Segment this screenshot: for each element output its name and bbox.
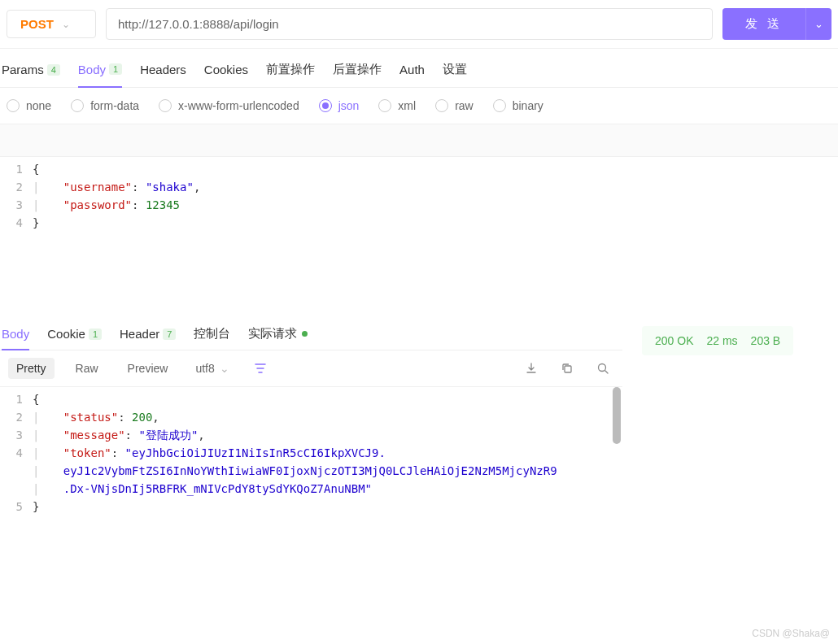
- body-type-urlencoded[interactable]: x-www-form-urlencoded: [159, 99, 299, 112]
- view-pretty-button[interactable]: Pretty: [8, 358, 55, 379]
- body-type-json[interactable]: json: [319, 99, 360, 112]
- resp-tab-console[interactable]: 控制台: [194, 326, 230, 350]
- response-status-panel: 200 OK 22 ms 203 B: [622, 318, 813, 519]
- search-icon[interactable]: [591, 357, 614, 380]
- resp-tab-cookie[interactable]: Cookie 1: [47, 327, 102, 349]
- tab-params[interactable]: Params 4: [2, 63, 60, 86]
- method-label: POST: [20, 17, 54, 31]
- status-summary: 200 OK 22 ms 203 B: [642, 326, 793, 355]
- tab-settings[interactable]: 设置: [443, 62, 467, 87]
- line-gutter: 12345: [0, 390, 33, 516]
- status-time: 22 ms: [706, 334, 737, 347]
- tab-headers[interactable]: Headers: [140, 63, 186, 86]
- response-toolbar: Pretty Raw Preview utf8 ⌄: [0, 350, 622, 387]
- resp-tab-body[interactable]: Body: [2, 327, 29, 350]
- request-body-editor[interactable]: 1234 { | "username": "shaka", | "passwor…: [0, 157, 838, 303]
- request-tabs: Params 4 Body 1 Headers Cookies 前置操作 后置操…: [0, 49, 838, 88]
- body-type-binary[interactable]: binary: [493, 99, 543, 112]
- http-method-select[interactable]: POST ⌄: [7, 10, 96, 38]
- cookie-count-badge: 1: [89, 329, 102, 340]
- tab-auth[interactable]: Auth: [399, 63, 425, 86]
- svg-rect-0: [565, 366, 571, 372]
- response-tabs: Body Cookie 1 Header 7 控制台 实际请求: [0, 318, 622, 350]
- chevron-down-icon: ⌄: [62, 19, 70, 30]
- filter-icon[interactable]: [249, 357, 272, 380]
- status-size: 203 B: [751, 334, 781, 347]
- send-more-button[interactable]: ⌄: [805, 8, 831, 40]
- status-code: 200 OK: [655, 334, 693, 347]
- body-type-form-data[interactable]: form-data: [71, 99, 139, 112]
- svg-point-1: [599, 364, 606, 372]
- body-type-raw[interactable]: raw: [435, 99, 474, 112]
- response-body-editor[interactable]: 12345 { | "status": 200, | "message": "登…: [0, 387, 622, 519]
- tab-post-request[interactable]: 后置操作: [333, 62, 382, 87]
- body-type-xml[interactable]: xml: [378, 99, 416, 112]
- chevron-down-icon: ⌄: [220, 362, 229, 375]
- header-count-badge: 7: [163, 329, 176, 340]
- status-dot-icon: [302, 331, 308, 337]
- params-count-badge: 4: [47, 64, 60, 76]
- tab-pre-request[interactable]: 前置操作: [266, 62, 315, 87]
- body-count-badge: 1: [109, 63, 122, 75]
- resp-tab-actual-request[interactable]: 实际请求: [248, 326, 308, 350]
- chevron-down-icon: ⌄: [814, 18, 823, 30]
- url-input[interactable]: [106, 8, 713, 40]
- resp-tab-header[interactable]: Header 7: [120, 327, 176, 349]
- view-raw-button[interactable]: Raw: [68, 358, 107, 379]
- tab-cookies[interactable]: Cookies: [204, 63, 248, 86]
- editor-toolbar-spacer: [0, 124, 838, 157]
- code-content: { | "status": 200, | "message": "登陆成功", …: [33, 390, 622, 516]
- body-type-selector: none form-data x-www-form-urlencoded jso…: [0, 88, 838, 124]
- send-button-group: 发 送 ⌄: [722, 8, 831, 40]
- tab-body[interactable]: Body 1: [78, 63, 122, 88]
- scrollbar-thumb[interactable]: [613, 387, 621, 444]
- response-section: Body Cookie 1 Header 7 控制台 实际请求 Pretty R…: [0, 318, 838, 519]
- view-preview-button[interactable]: Preview: [120, 358, 177, 379]
- encoding-select[interactable]: utf8 ⌄: [189, 359, 235, 378]
- line-gutter: 1234: [0, 160, 33, 300]
- request-bar: POST ⌄ 发 送 ⌄: [0, 0, 838, 49]
- code-content: { | "username": "shaka", | "password": 1…: [33, 160, 838, 300]
- body-type-none[interactable]: none: [7, 99, 51, 112]
- download-icon[interactable]: [520, 357, 543, 380]
- send-button[interactable]: 发 送: [722, 8, 805, 40]
- copy-icon[interactable]: [556, 357, 578, 380]
